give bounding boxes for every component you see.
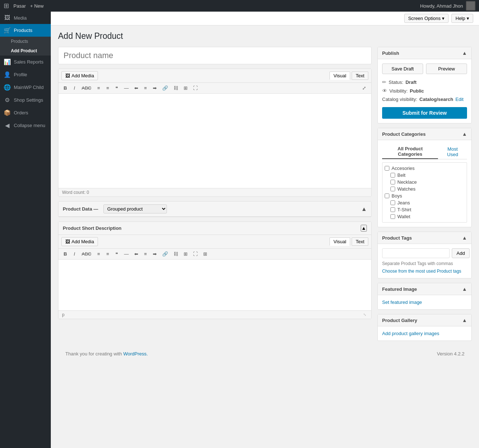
sd-unlink-button[interactable]: ⛓ — [171, 250, 180, 258]
tags-collapse-icon: ▲ — [462, 235, 467, 241]
product-tags-box: Product Tags ▲ Add Separate Product Tags… — [377, 232, 472, 278]
submenu-add-product[interactable]: Add Product — [0, 46, 51, 56]
blockquote-button[interactable]: ❝ — [113, 84, 121, 92]
collapse-icon: ◀ — [4, 122, 11, 129]
short-desc-visual-tab[interactable]: Visual — [329, 237, 350, 246]
site-name[interactable]: Pasar — [13, 3, 26, 9]
sd-ol-button[interactable]: ≡ — [104, 250, 112, 258]
sidebar-item-orders[interactable]: 📦 Orders — [0, 106, 51, 119]
short-desc-resize-handle[interactable]: ⤡ — [363, 313, 368, 317]
short-description-editor-area[interactable] — [58, 260, 371, 310]
submenu-products[interactable]: Products — [0, 37, 51, 46]
unlink-button[interactable]: ⛓ — [171, 84, 180, 92]
publish-collapse-icon: ▲ — [462, 50, 467, 56]
sidebar-item-media[interactable]: 🖼 Media — [0, 12, 51, 24]
main-editor-footer: Word count: 0 — [58, 188, 371, 196]
featured-image-box: Featured Image ▲ Set featured image — [377, 283, 472, 310]
footer-text: Thank you for creating with WordPress. — [65, 351, 148, 357]
italic-button[interactable]: I — [70, 84, 78, 92]
sd-hr-button[interactable]: — — [122, 250, 131, 258]
align-left-button[interactable]: ⬅ — [132, 84, 140, 92]
sd-italic-button[interactable]: I — [70, 250, 78, 258]
expand-editor-button[interactable]: ⤢ — [360, 84, 368, 92]
sd-insert-button[interactable]: ⊞ — [181, 250, 190, 258]
sidebar-item-collapse[interactable]: ◀ Collapse menu — [0, 119, 51, 132]
bold-button[interactable]: B — [61, 84, 69, 92]
publish-action-row: Save Draft Preview — [382, 64, 467, 74]
cat-checkbox-boys[interactable] — [385, 194, 389, 198]
status-row: ✏ Status: Draft — [382, 78, 467, 86]
sidebar-item-shop-settings[interactable]: ⚙ Shop Settings — [0, 94, 51, 106]
sd-align-right-button[interactable]: ➡ — [151, 250, 159, 258]
short-desc-text-tab[interactable]: Text — [352, 237, 368, 246]
categories-header[interactable]: Product Categories ▲ — [378, 128, 471, 140]
publish-box-header[interactable]: Publish ▲ — [378, 47, 471, 59]
tags-input[interactable] — [382, 248, 450, 258]
add-gallery-images-link[interactable]: Add product gallery images — [382, 331, 439, 336]
sd-align-center-button[interactable]: ≡ — [142, 250, 150, 258]
product-data-toggle[interactable]: ▲ — [361, 206, 367, 212]
sd-align-left-button[interactable]: ⬅ — [132, 250, 140, 258]
add-media-button[interactable]: 🖼 Add Media — [61, 71, 98, 80]
main-editor-area[interactable] — [58, 94, 371, 188]
sd-ul-button[interactable]: ≡ — [95, 250, 103, 258]
cat-checkbox-wallet[interactable] — [390, 214, 395, 219]
choose-tags-link[interactable]: Choose from the most used Product tags — [382, 269, 461, 274]
visibility-label: Visibility: — [389, 88, 408, 94]
sd-bold-button[interactable]: B — [61, 250, 69, 258]
sidebar-item-sales-reports[interactable]: 📊 Sales Reports — [0, 56, 51, 68]
insert-more-button[interactable]: ⊞ — [181, 84, 190, 92]
sd-strikethrough-button[interactable]: ABC — [79, 250, 94, 258]
save-draft-button[interactable]: Save Draft — [382, 64, 423, 74]
unordered-list-button[interactable]: ≡ — [95, 84, 103, 92]
wordpress-link[interactable]: WordPress. — [123, 351, 148, 357]
horizontal-rule-button[interactable]: — — [122, 84, 131, 92]
ordered-list-button[interactable]: ≡ — [104, 84, 112, 92]
featured-image-title: Featured Image — [382, 286, 417, 292]
most-used-tab[interactable]: Most Used — [438, 144, 467, 159]
preview-button[interactable]: Preview — [426, 64, 467, 74]
help-button[interactable]: Help ▾ — [451, 14, 473, 23]
sd-fullscreen-button[interactable]: ⛶ — [191, 250, 200, 258]
tags-header[interactable]: Product Tags ▲ — [378, 232, 471, 244]
cat-checkbox-jeans[interactable] — [390, 200, 395, 205]
align-right-button[interactable]: ➡ — [151, 84, 159, 92]
page-content: Add New Product 🖼 Add Media — [51, 25, 479, 368]
product-type-select[interactable]: Simple product Grouped product External/… — [103, 204, 167, 213]
cat-checkbox-accesories[interactable] — [385, 166, 389, 171]
submit-review-button[interactable]: Submit for Review — [382, 107, 467, 119]
all-categories-tab[interactable]: All Product Categories — [382, 144, 438, 159]
strikethrough-button[interactable]: ABC — [79, 84, 94, 92]
product-name-input[interactable] — [58, 47, 372, 64]
sidebar-item-mainwp-child[interactable]: 🌐 MainWP Child — [0, 81, 51, 94]
cat-checkbox-necklace[interactable] — [390, 180, 395, 184]
sd-link-button[interactable]: 🔗 — [160, 250, 170, 258]
visual-tab[interactable]: Visual — [329, 72, 350, 80]
short-desc-add-media-button[interactable]: 🖼 Add Media — [61, 237, 98, 246]
new-link[interactable]: + New — [30, 3, 44, 9]
short-description-header: Product Short Description ▲ — [58, 222, 371, 235]
cat-checkbox-watches[interactable] — [390, 187, 395, 191]
tags-add-button[interactable]: Add — [452, 248, 470, 258]
link-button[interactable]: 🔗 — [160, 84, 170, 92]
featured-image-header[interactable]: Featured Image ▲ — [378, 283, 471, 295]
cat-checkbox-belt[interactable] — [390, 173, 395, 178]
fullscreen-button[interactable]: ⛶ — [191, 84, 200, 92]
gallery-header[interactable]: Product Gallery ▲ — [378, 314, 471, 326]
sidebar-item-products[interactable]: 🛒 Products — [0, 24, 51, 37]
text-tab[interactable]: Text — [352, 72, 368, 80]
short-description-toggle[interactable]: ▲ — [361, 225, 367, 232]
sd-table-button[interactable]: ⊞ — [201, 250, 209, 258]
profile-icon: 👤 — [4, 71, 11, 78]
catalog-edit-link[interactable]: Edit — [455, 97, 463, 102]
categories-title: Product Categories — [382, 131, 426, 137]
align-center-button[interactable]: ≡ — [142, 84, 150, 92]
screen-options-button[interactable]: Screen Options ▾ — [404, 14, 449, 23]
catalog-visibility-row: Catalog visibility: Catalog/search Edit — [382, 95, 467, 103]
sidebar-item-profile[interactable]: 👤 Profile — [0, 68, 51, 81]
sd-blockquote-button[interactable]: ❝ — [113, 250, 121, 258]
cat-checkbox-tshirt[interactable] — [390, 207, 395, 212]
main-format-bar: B I ABC ≡ ≡ ❝ — ⬅ ≡ ➡ 🔗 ⛓ ⊞ ⛶ — [58, 83, 371, 94]
catalog-label: Catalog visibility: — [382, 97, 417, 102]
set-featured-image-link[interactable]: Set featured image — [382, 300, 422, 305]
